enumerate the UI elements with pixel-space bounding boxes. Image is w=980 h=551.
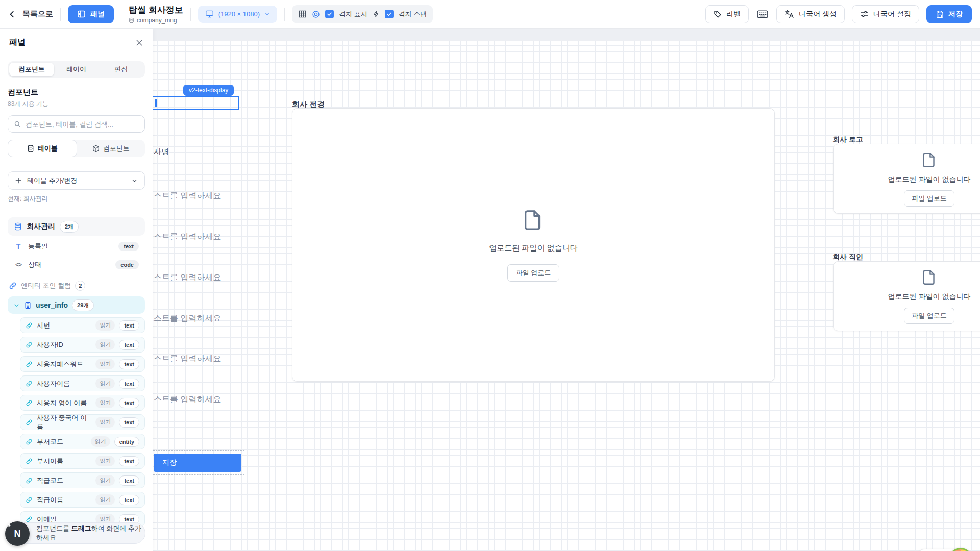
read-only-badge: 읽기 [95,475,115,486]
column-type-badge: code [115,260,139,269]
chevron-down-icon[interactable] [13,302,20,309]
read-only-badge: 읽기 [95,359,115,369]
join-column-row[interactable]: 부서코드 읽기 entity [20,434,145,449]
panel-title: 패널 [9,37,26,48]
link-icon [26,322,33,329]
label-button[interactable]: 라벨 [705,5,749,23]
column-type-badge: text [119,359,139,369]
collaborator-cursor-badge: N [5,521,30,546]
join-column-row[interactable]: 부서이름 읽기 text [20,453,145,469]
join-table-count-badge: 29개 [72,299,94,311]
label-button-text: 라벨 [726,10,741,19]
join-column-row[interactable]: 사용자이름 읽기 text [20,375,145,391]
text-input-placeholder[interactable]: 스트를 입력하세요 [154,354,221,364]
join-columns-list: 사번 읽기 text 사용자ID 읽기 text 사용자패스워드 읽기 text [20,317,145,527]
read-only-badge: 읽기 [91,436,110,447]
components-section-title: 컴포넌트 [8,88,145,97]
add-table-button[interactable]: 테이블 추가/변경 [8,171,145,190]
column-row[interactable]: T 등록일 text [8,239,145,254]
plus-icon [15,177,22,184]
link-icon [26,361,33,368]
link-icon [26,380,33,387]
read-only-badge: 읽기 [95,378,115,389]
divider [190,8,191,21]
back-to-list-button[interactable]: 목록으로 [8,9,53,19]
toggle-table-button[interactable]: 테이블 [8,140,77,157]
panel-toggle-button[interactable]: 패널 [68,5,114,23]
company-view-upload-card[interactable]: 업로드된 파일이 없습니다 파일 업로드 [292,108,775,382]
join-column-label: 사용자이름 [37,379,91,388]
column-type-badge: text [119,379,139,389]
tab-components[interactable]: 컴포넌트 [9,63,54,76]
grid-visibility-icon[interactable] [312,10,320,18]
read-only-badge: 읽기 [95,494,115,505]
multilang-generate-button[interactable]: 다국어 생성 [776,5,845,23]
file-upload-button[interactable]: 파일 업로드 [904,308,954,324]
empty-upload-text: 업로드된 파일이 없습니다 [888,292,971,302]
company-seal-upload-card[interactable]: 업로드된 파일이 없습니다 파일 업로드 [833,261,980,331]
resolution-selector[interactable]: (980 × 551) [198,6,277,23]
link-icon [26,477,33,484]
add-table-label: 테이블 추가/변경 [27,176,126,185]
tab-edit[interactable]: 편집 [99,63,143,76]
tab-layers[interactable]: 레이어 [54,63,99,76]
empty-upload-text: 업로드된 파일이 없습니다 [489,243,577,253]
database-icon [129,17,134,23]
chevron-down-icon [131,178,138,184]
join-table-row-user-info[interactable]: user_info 29개 [8,296,145,314]
company-logo-upload-card[interactable]: 업로드된 파일이 없습니다 파일 업로드 [833,144,980,214]
component-search[interactable] [8,115,145,133]
toggle-component-button[interactable]: 컴포넌트 [77,140,145,157]
text-input-placeholder[interactable]: 스트를 입력하세요 [154,191,221,202]
join-column-label: 사용자패스워드 [37,360,91,369]
database-icon [27,145,34,152]
join-column-row[interactable]: 사용자 영어 이름 읽기 text [20,395,145,411]
text-input-placeholder[interactable]: 스트를 입력하세요 [154,313,221,324]
join-column-row[interactable]: 사용자패스워드 읽기 text [20,356,145,372]
building-icon [24,302,32,309]
header-save-button[interactable]: 저장 [926,5,972,23]
link-icon [26,399,33,407]
text-input-placeholder[interactable]: 스트를 입력하세요 [154,394,221,405]
join-column-label: 사용자 중국어 이름 [37,413,91,432]
text-input-placeholder[interactable]: 스트를 입력하세요 [154,272,221,283]
page-subtitle: company_mng [137,17,177,24]
join-column-label: 사용자ID [37,340,91,349]
canvas-save-button[interactable]: 저장 [154,454,241,472]
link-icon [26,419,33,426]
column-type-badge: text [119,398,139,408]
canvas-top-strip [153,29,980,41]
app-root: v2-text-display 사명 스트를 입력하세요 스트를 입력하세요 스… [0,0,980,551]
search-input[interactable] [26,120,139,128]
search-icon [14,120,21,128]
grid-snap-checkbox[interactable] [385,10,394,18]
grid-show-checkbox[interactable] [325,10,334,18]
join-column-row[interactable]: 사용자 중국어 이름 읽기 text [20,414,145,430]
column-type-badge: text [119,340,139,350]
text-input-placeholder[interactable]: 스트를 입력하세요 [154,232,221,242]
join-column-label: 부서코드 [37,437,87,446]
lightning-icon [373,10,380,18]
column-type-badge: text [118,242,139,251]
selected-text-display[interactable] [144,96,239,110]
multilang-generate-label: 다국어 생성 [799,10,837,19]
file-upload-button[interactable]: 파일 업로드 [904,190,954,207]
join-column-row[interactable]: 직급코드 읽기 text [20,472,145,488]
join-column-row[interactable]: 사번 읽기 text [20,317,145,333]
column-row[interactable]: <> 상태 code [8,257,145,272]
divider [284,8,285,21]
multilang-settings-button[interactable]: 다국어 설정 [852,5,919,23]
keyboard-shortcuts-button[interactable] [756,10,769,19]
panel-close-button[interactable] [135,39,143,47]
table-row-company[interactable]: 회사관리 2개 [8,217,145,236]
link-icon [26,458,33,465]
source-toggle: 테이블 컴포넌트 [8,140,145,157]
join-column-row[interactable]: 사용자ID 읽기 text [20,337,145,353]
join-column-row[interactable]: 직급이름 읽기 text [20,492,145,508]
column-type-badge: text [119,320,139,331]
components-available-count: 83개 사용 가능 [8,99,145,108]
monitor-icon [205,10,214,18]
join-column-label: 사번 [37,321,91,330]
file-upload-button[interactable]: 파일 업로드 [507,264,560,282]
tag-icon [714,10,722,18]
